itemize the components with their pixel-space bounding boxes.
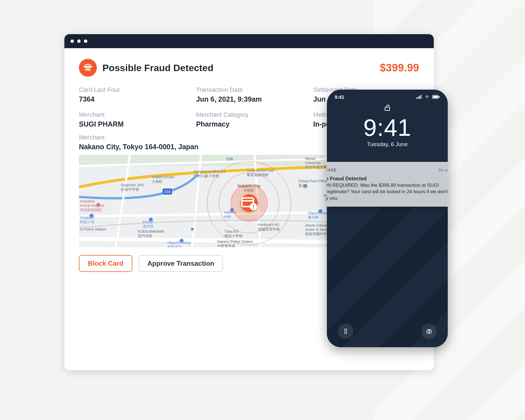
svg-rect-14 — [416, 97, 417, 99]
flashlight-button[interactable] — [338, 324, 353, 339]
lock-screen: 9:41 Tuesday, 6 June — [327, 104, 448, 148]
lock-screen-footer — [327, 324, 448, 339]
field-card-last-four: Card Last Four 7364 — [79, 86, 185, 103]
push-notification[interactable]: AIRBASE 2m ago Possible Fraud Detected A… — [327, 162, 448, 207]
svg-rect-22 — [385, 107, 390, 111]
svg-rect-15 — [418, 97, 419, 99]
field-merchant-category: Merchant Category Pharmacy — [196, 111, 302, 128]
signal-icon — [416, 95, 422, 100]
lock-time: 9:41 — [327, 115, 448, 139]
alert-title: Possible Fraud Detected — [102, 62, 214, 73]
poi-generic-icon — [190, 227, 194, 231]
field-value: SUGI PHARM — [79, 120, 185, 128]
fraud-location-pin-icon: ! — [240, 194, 258, 212]
field-value: Pharmacy — [196, 120, 302, 128]
phone-mockup: 9:41 9:41 Tuesday, 6 June — [327, 90, 448, 347]
svg-text:318: 318 — [164, 190, 170, 194]
svg-rect-20 — [433, 96, 438, 98]
map-label: MeiseiUniversity帝京平成大学 — [305, 157, 327, 170]
map-label: Ochiai Post Office落合 — [298, 179, 327, 188]
map-center-label: Nakano City 中野区 — [238, 183, 261, 193]
svg-point-25 — [428, 331, 430, 332]
phone-statusbar: 9:41 — [327, 90, 448, 102]
svg-point-4 — [89, 69, 90, 70]
field-label: Merchant — [79, 111, 185, 118]
map-label: Horikoshi HS堀越高等学校 — [258, 223, 280, 232]
camera-button[interactable] — [421, 324, 437, 339]
field-label: Card Last Four — [79, 86, 185, 94]
wifi-icon — [424, 95, 430, 100]
notification-body: ACTION REQUIRED: Was the $399.99 transac… — [327, 182, 448, 202]
field-label: Transaction Date — [196, 86, 302, 94]
lock-date: Tuesday, 6 June — [327, 141, 448, 148]
map-label: Suginami JHS杉並中学校 — [121, 183, 144, 192]
notification-timestamp: 2m ago — [438, 167, 448, 172]
svg-rect-17 — [421, 95, 421, 99]
svg-point-18 — [427, 98, 427, 99]
map-label: Tōka ES桃花小学校 — [224, 229, 243, 239]
block-card-button[interactable]: Block Card — [79, 255, 132, 272]
battery-icon — [432, 95, 440, 100]
svg-point-0 — [83, 66, 92, 68]
window-close-dot[interactable] — [71, 39, 74, 43]
map-label: Kōenji高円寺 — [143, 220, 154, 229]
unlock-icon — [383, 108, 391, 112]
approve-transaction-button[interactable]: Approve Transaction — [139, 255, 223, 272]
map-label: KOENJIMINAMI高円寺南 — [138, 229, 164, 239]
field-value: Jun 6, 2021, 9:39am — [196, 95, 302, 103]
fraud-spy-icon — [79, 59, 97, 77]
map-label: Higashi-Koenji東高円寺 — [167, 241, 191, 247]
map-label: ni Police Station — [80, 227, 106, 231]
svg-rect-21 — [439, 96, 440, 98]
svg-point-3 — [86, 69, 87, 70]
window-titlebar — [64, 34, 434, 48]
alert-amount: $399.99 — [380, 62, 419, 74]
map-label: Nakano-no-Mori ES中野の森小学校 — [194, 169, 226, 179]
notification-header: AIRBASE 2m ago — [327, 166, 448, 173]
map-label: YAMATOCHO大和町 — [152, 175, 175, 184]
map-center-en: Nakano City — [238, 183, 261, 188]
map-label: Asagaya阿佐ケ谷 — [80, 215, 95, 225]
field-merchant: Merchant SUGI PHARM — [79, 111, 185, 128]
svg-rect-24 — [427, 330, 432, 333]
svg-rect-16 — [419, 96, 420, 99]
statusbar-time: 9:41 — [335, 95, 344, 100]
map-label: Nakano中野 — [224, 210, 236, 220]
alert-header: Possible Fraud Detected $399.99 — [79, 59, 419, 77]
map-label: 沼袋 — [226, 157, 233, 162]
field-value: 7364 — [79, 95, 185, 103]
svg-text:!: ! — [252, 203, 254, 210]
window-minimize-dot[interactable] — [77, 39, 81, 43]
field-transaction-date: Transaction Date Jun 6, 2021, 9:39am — [196, 86, 302, 103]
field-label: Merchant Category — [196, 111, 302, 118]
map-label: Araiyakushi-mae新井薬師前駅 — [247, 168, 274, 178]
map-label: Nakano Police Station中野警察署 — [217, 239, 253, 247]
map-center-jp: 中野区 — [238, 188, 261, 193]
map-label: Kawakitaeneral Hospital河北総合病院 — [80, 199, 104, 213]
notification-title: Possible Fraud Detected — [327, 176, 448, 182]
window-zoom-dot[interactable] — [84, 39, 87, 43]
notification-app-name: AIRBASE — [327, 167, 337, 172]
